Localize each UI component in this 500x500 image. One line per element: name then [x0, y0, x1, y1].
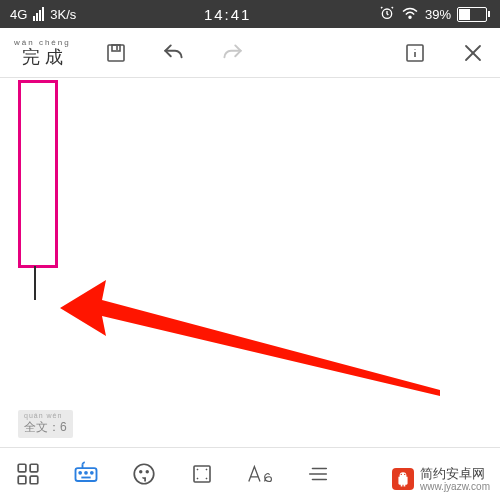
network-speed: 3K/s	[50, 7, 76, 22]
svg-point-21	[134, 464, 154, 484]
info-icon[interactable]	[402, 40, 428, 66]
fullscreen-icon[interactable]	[188, 460, 216, 488]
wifi-icon	[401, 6, 419, 23]
svg-point-23	[146, 471, 148, 473]
svg-point-1	[409, 16, 411, 18]
annotation-arrow-icon	[60, 248, 440, 418]
svg-point-22	[140, 471, 142, 473]
emoji-icon[interactable]	[130, 460, 158, 488]
status-time: 14:41	[76, 6, 379, 23]
font-icon[interactable]	[246, 460, 274, 488]
svg-marker-10	[60, 280, 440, 396]
word-count-chip[interactable]: quán wén 全文：6	[18, 410, 73, 438]
save-icon[interactable]	[103, 40, 129, 66]
paragraph-icon[interactable]	[304, 460, 332, 488]
svg-rect-11	[18, 464, 26, 472]
svg-point-17	[79, 472, 81, 474]
word-count-label: 全文：6	[24, 420, 67, 434]
watermark-url: www.jyazw.com	[420, 481, 490, 492]
done-label: 完 成	[22, 47, 63, 67]
svg-point-29	[404, 474, 405, 475]
close-icon[interactable]	[460, 40, 486, 66]
svg-rect-2	[108, 45, 124, 61]
svg-rect-3	[112, 45, 120, 51]
svg-point-19	[91, 472, 93, 474]
annotation-highlight-box	[18, 80, 58, 268]
word-count-pinyin: quán wén	[24, 412, 67, 419]
battery-icon	[457, 7, 490, 22]
editor-canvas[interactable]	[0, 78, 500, 418]
done-button[interactable]: wán chéng 完 成	[14, 39, 71, 66]
text-cursor	[34, 266, 36, 300]
status-bar: 4G 3K/s 14:41 39%	[0, 0, 500, 28]
redo-icon[interactable]	[219, 40, 245, 66]
apps-icon[interactable]	[14, 460, 42, 488]
alarm-icon	[379, 5, 395, 24]
svg-rect-14	[30, 476, 38, 484]
network-type: 4G	[10, 7, 27, 22]
svg-rect-24	[194, 466, 210, 482]
editor-toolbar: wán chéng 完 成	[0, 28, 500, 78]
battery-percent: 39%	[425, 7, 451, 22]
svg-point-28	[401, 474, 402, 475]
done-pinyin: wán chéng	[14, 39, 71, 47]
keyboard-icon[interactable]	[72, 460, 100, 488]
watermark-logo-icon	[392, 468, 414, 490]
signal-icon	[33, 7, 44, 21]
watermark: 简约安卓网 www.jyazw.com	[388, 465, 494, 494]
svg-rect-12	[30, 464, 38, 472]
svg-point-18	[85, 472, 87, 474]
undo-icon[interactable]	[161, 40, 187, 66]
svg-rect-13	[18, 476, 26, 484]
watermark-title: 简约安卓网	[420, 466, 485, 481]
